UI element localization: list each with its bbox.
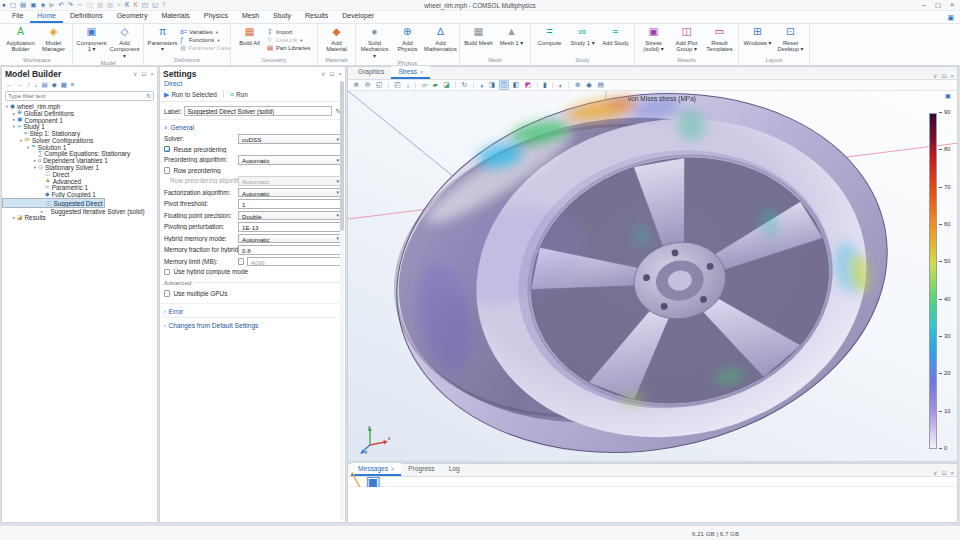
comsol-logo-icon[interactable]: ● [2,2,6,9]
plot-in-window-icon[interactable]: ◩ [523,80,532,90]
reset-view-icon[interactable]: ↻ [460,80,469,90]
panel-menu-icon[interactable]: ∨ [933,73,937,79]
ribbon-button-solid-mechanics[interactable]: ●Solid Mechanics ▾ [359,26,390,59]
close-panel-icon[interactable]: × [150,71,154,77]
run-to-selected-button[interactable]: ▶Run to Selected [164,91,217,98]
setting-input-memory-limit-mb[interactable] [247,257,341,267]
model-manager-quick-icon[interactable]: K [125,2,129,9]
tree-item-solver-configurations[interactable]: ▾≫Solver Configurations [2,137,157,144]
tree-item-suggested-direct-solver-solid[interactable]: ◫Suggested Direct Solver (solid) [2,198,105,208]
tree-item-results[interactable]: ▸◪Results [2,214,157,221]
lock-view-icon[interactable]: ▮ [542,80,549,90]
ribbon-button-model-manager[interactable]: ◈Model Manager [38,26,69,53]
help-icon[interactable]: ? [162,2,166,9]
ribbon-help-icon[interactable]: ▣ [947,14,954,21]
ribbon-button-parameter-case[interactable]: ▦Parameter Case [180,45,227,52]
ribbon-button-part-libraries[interactable]: ▤Part Libraries [267,45,314,52]
zoom-out-icon[interactable]: ⊖ [363,80,372,90]
checkbox[interactable] [164,290,170,296]
ribbon-button-application-builder[interactable]: AApplication Builder [5,26,36,53]
close-tab-icon[interactable]: × [420,69,423,75]
undo-icon[interactable]: ↶ [58,2,63,9]
transparency-icon[interactable]: ◨ [487,80,496,90]
tree-item-fully-coupled-1[interactable]: ◆Fully Coupled 1 [2,191,157,198]
menu-tab-results[interactable]: Results [298,10,335,23]
ribbon-button-add-study[interactable]: ≈Add Study [600,26,631,46]
view-front-icon[interactable]: ▰ [431,80,439,90]
show-options-icon[interactable]: ▤ [42,82,48,89]
zoom-extents-icon[interactable]: ◰ [393,80,402,90]
forward-icon[interactable]: → [17,82,24,89]
library-quick-icon[interactable]: K [133,2,137,9]
setting-input-pivoting-perturbation[interactable] [238,222,341,232]
minimize-icon[interactable]: – [922,1,926,9]
ribbon-button-functions[interactable]: ƒFunctions▾ [180,37,227,44]
dropdown-cudss[interactable]: cuDSS▾ [238,134,341,144]
menu-tab-mesh[interactable]: Mesh [235,10,266,23]
section-header-changes-from-default-settings[interactable]: ›Changes from Default Settings [160,317,345,331]
zoom-box-icon[interactable]: ◱ [374,80,383,90]
cut-icon[interactable]: ✂ [77,2,82,9]
ribbon-button-import[interactable]: ↧Import [267,29,314,36]
ribbon-button-stress-solid[interactable]: ▣Stress (solid) ▾ [638,26,669,53]
ribbon-button-add-physics[interactable]: ⊕Add Physics [392,26,423,53]
ribbon-button-parameters[interactable]: πParameters ▾ [147,26,178,53]
save-icon[interactable]: ▣ [30,2,36,9]
menu-tab-home[interactable]: Home [30,10,63,23]
ribbon-button-add-plot-group[interactable]: ◫Add Plot Group ▾ [671,26,702,53]
maximize-icon[interactable]: ▢ [935,1,941,9]
ribbon-button-livelink[interactable]: ↻LiveLink▾ [267,37,314,44]
menu-tab-developer[interactable]: Developer [335,10,381,23]
ribbon-button-add-material[interactable]: ◆Add Material [321,26,352,53]
messages-tab-log[interactable]: Log [442,463,467,476]
go-to-view-icon[interactable]: ↓ [405,81,411,90]
checkbox[interactable] [238,258,244,264]
panel-menu-icon[interactable]: ∨ [933,470,937,476]
ribbon-button-component-1[interactable]: ▣Component 1 ▾ [76,26,107,53]
ribbon-button-compute[interactable]: =Compute [534,26,565,46]
run-button[interactable]: =Run [230,91,248,98]
section-header-general[interactable]: ∨General [160,119,345,133]
view-left-icon[interactable]: ▱ [420,80,428,90]
clip-plane-icon[interactable]: ◧ [511,80,520,90]
color-theme-icon[interactable]: ◐ [557,81,564,90]
scene-light-icon[interactable]: ◑ [478,81,485,90]
model-tree-node-icon[interactable]: ◆ [52,82,57,89]
ribbon-button-reset-desktop[interactable]: ⊡Reset Desktop ▾ [775,26,806,53]
ribbon-button-add-component[interactable]: ◇Add Component ▾ [109,26,140,59]
float-panel-icon[interactable]: ⊡ [941,470,946,476]
dropdown-automatic[interactable]: Automatic▾ [238,176,341,186]
new-file-icon[interactable]: ▢ [10,2,16,9]
ribbon-button-windows[interactable]: ⊞Windows ▾ [742,26,773,46]
close-panel-icon[interactable]: × [950,73,954,79]
print-icon[interactable]: ▤ [596,80,605,90]
view-tab-stress[interactable]: Stress× [391,66,430,79]
dropdown-automatic[interactable]: Automatic▾ [238,155,341,165]
dropdown-double[interactable]: Double▾ [238,211,341,221]
dropdown-automatic[interactable]: Automatic▾ [238,188,341,198]
close-panel-icon[interactable]: × [950,470,954,476]
redo-icon[interactable]: ↷ [68,2,73,9]
menu-tab-file[interactable]: File [5,10,30,23]
zoom-in-icon[interactable]: ⊕ [352,80,361,90]
collapse-all-icon[interactable]: ▦ [61,82,67,89]
messages-tab-progress[interactable]: Progress [401,463,441,476]
snapshot-icon[interactable]: ◉ [585,80,594,90]
panel-menu-icon[interactable]: ∨ [321,71,325,77]
close-panel-icon[interactable]: × [338,71,342,77]
back-icon[interactable]: ← [6,82,13,89]
close-tab-icon[interactable]: × [391,466,394,472]
paste-icon[interactable]: ▥ [97,2,103,9]
duplicate-icon[interactable]: ▨ [107,2,113,9]
checkbox[interactable] [164,269,170,275]
ribbon-button-study-1[interactable]: ∞Study 1 ▾ [567,26,598,46]
move-down-icon[interactable]: ↓ [34,82,37,89]
expand-all-icon[interactable]: ≡ [71,82,75,89]
refresh-filter-icon[interactable]: ↻ [146,93,151,99]
view-tab-graphics[interactable]: Graphics [351,66,391,79]
checkbox[interactable] [164,167,170,173]
setting-input-pivot-threshold[interactable] [238,199,341,209]
float-panel-icon[interactable]: ⊡ [329,71,334,77]
checkbox[interactable] [164,146,170,152]
ribbon-button-add-mathematics[interactable]: ∆Add Mathematics [425,26,456,53]
